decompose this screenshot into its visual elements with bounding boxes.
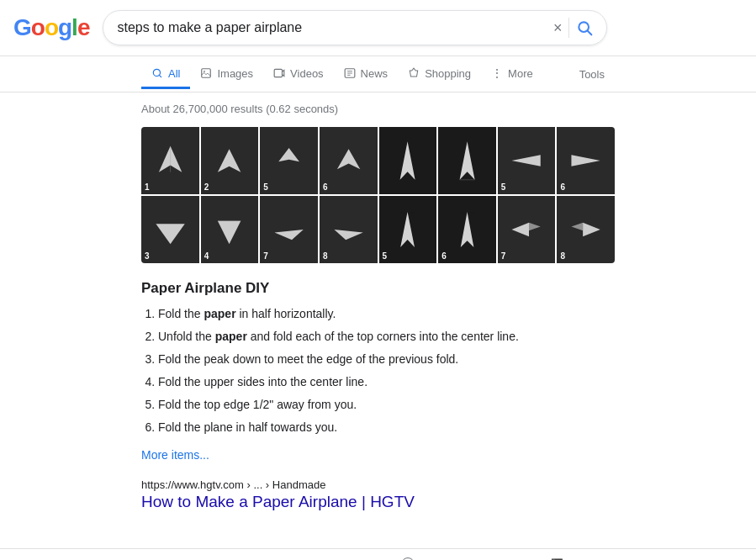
header: Google steps to make a paper airplane ×: [0, 0, 756, 56]
tab-images-label: Images: [217, 67, 253, 80]
search-button[interactable]: [576, 19, 593, 36]
step1-bold: paper: [204, 307, 235, 320]
tab-shopping[interactable]: Shopping: [398, 61, 481, 89]
tab-news[interactable]: News: [334, 61, 399, 89]
list-item: Unfold the paper and fold each of the to…: [158, 328, 615, 346]
svg-line-1: [588, 31, 592, 35]
svg-marker-29: [529, 223, 541, 231]
grid-cell-3[interactable]: 5: [260, 127, 318, 194]
logo-e: e: [77, 14, 90, 40]
svg-marker-22: [218, 221, 241, 244]
logo-o1: o: [31, 14, 45, 40]
plane-img-r2-6: [450, 209, 484, 250]
plane-img-7: [509, 140, 543, 181]
image-grid[interactable]: 1 2 5 6: [141, 127, 615, 263]
grid-cell-2[interactable]: 2: [201, 127, 259, 194]
step-num-r1-6: 6: [560, 182, 565, 192]
search-input[interactable]: steps to make a paper airplane: [117, 20, 546, 35]
grid-cell-r2-5[interactable]: 5: [379, 196, 437, 263]
tab-all[interactable]: All: [141, 61, 190, 89]
svg-marker-30: [583, 223, 600, 236]
nav-tabs: All Images Videos: [0, 56, 756, 92]
logo-g: G: [13, 14, 31, 40]
plane-img-5: [390, 140, 425, 181]
logo-o2: o: [45, 14, 58, 40]
tab-more[interactable]: ⋮ More: [481, 60, 543, 89]
search-bar[interactable]: steps to make a paper airplane ×: [103, 10, 607, 45]
grid-cell-4[interactable]: 6: [320, 127, 378, 194]
snippet-list: Fold the paper in half horizontally. Unf…: [141, 305, 615, 436]
plane-img-1: [153, 140, 188, 181]
clear-button[interactable]: ×: [553, 19, 563, 37]
grid-cell-8[interactable]: 6: [557, 127, 615, 194]
list-item: Fold the paper in half horizontally.: [158, 305, 615, 323]
step-num-r2-7: 7: [263, 251, 268, 261]
plane-img-r2-4: [331, 209, 366, 250]
plane-img-r2-8: [568, 209, 603, 250]
logo-l: l: [71, 14, 77, 40]
footer-bar: ? About featured snippets • ⬛ Feedback: [0, 548, 756, 560]
step-num-1: 1: [145, 182, 150, 192]
step-num-r2-l6: 6: [441, 251, 447, 261]
step-num-r2-l5: 5: [383, 251, 388, 261]
plane-img-4: [331, 140, 366, 181]
google-logo: Google: [13, 14, 89, 41]
step-num-r2-r7: 7: [501, 251, 506, 261]
featured-snippet: Paper Airplane DIY Fold the paper in hal…: [141, 280, 615, 478]
plane-img-6: [450, 140, 484, 181]
results-area: About 26,700,000 results (0.62 seconds) …: [0, 92, 756, 531]
plane-img-r2-2: [212, 209, 246, 250]
grid-cell-r2-6[interactable]: 6: [438, 196, 496, 263]
grid-cell-r2-7[interactable]: 7: [498, 196, 556, 263]
step-num-r1-5: 5: [501, 182, 506, 192]
svg-rect-4: [202, 69, 211, 78]
svg-marker-24: [274, 230, 303, 240]
grid-cell-1[interactable]: 1: [141, 127, 199, 194]
plane-img-8: [568, 140, 603, 181]
svg-point-5: [204, 71, 206, 72]
grid-cell-r2-8[interactable]: 8: [557, 196, 615, 263]
tab-videos[interactable]: Videos: [263, 61, 334, 89]
plane-img-r2-7: [509, 209, 543, 250]
snippet-title: Paper Airplane DIY: [141, 280, 615, 297]
news-icon: [344, 67, 356, 79]
svg-marker-25: [334, 230, 362, 240]
tab-news-label: News: [361, 67, 389, 80]
svg-marker-26: [400, 212, 415, 247]
plane-img-2: [212, 140, 246, 181]
list-item: Fold the peak down to meet the edge of t…: [158, 351, 615, 368]
more-items-link[interactable]: More items...: [141, 448, 209, 462]
step-num-r2-4: 4: [204, 251, 209, 261]
step-num-2: 2: [204, 182, 209, 192]
grid-cell-r2-4[interactable]: 8: [320, 196, 378, 263]
list-item: Fold the top edge 1/2" away from you.: [158, 396, 615, 414]
list-item: Fold the upper sides into the center lin…: [158, 373, 615, 391]
search-result-1: https://www.hgtv.com › ... › Handmade Ho…: [141, 478, 615, 511]
step-num-r2-r8: 8: [560, 251, 565, 261]
plane-img-r2-3: [272, 209, 306, 250]
result-title-link[interactable]: How to Make a Paper Airplane | HGTV: [141, 493, 615, 511]
images-icon: [200, 67, 212, 79]
grid-cell-7[interactable]: 5: [498, 127, 556, 194]
search-divider: [568, 18, 569, 38]
grid-cell-r2-2[interactable]: 4: [201, 196, 259, 263]
all-icon: [151, 67, 163, 79]
videos-icon: [273, 67, 285, 79]
step2-bold: paper: [215, 330, 247, 343]
svg-marker-21: [156, 224, 184, 244]
svg-marker-27: [461, 212, 474, 247]
results-count: About 26,700,000 results (0.62 seconds): [141, 103, 615, 115]
grid-cell-5[interactable]: [379, 127, 437, 194]
step-num-6: 6: [323, 182, 328, 192]
tools-button[interactable]: Tools: [569, 61, 615, 87]
tab-more-label: More: [508, 67, 533, 80]
grid-cell-r2-1[interactable]: 3: [141, 196, 199, 263]
grid-cell-6[interactable]: [438, 127, 496, 194]
tab-images[interactable]: Images: [190, 61, 263, 89]
step-num-5: 5: [263, 182, 268, 192]
grid-cell-r2-3[interactable]: 7: [260, 196, 318, 263]
svg-line-3: [159, 75, 161, 77]
svg-rect-6: [274, 69, 282, 77]
plane-img-r2-5: [390, 209, 425, 250]
plane-img-3: [272, 140, 306, 181]
